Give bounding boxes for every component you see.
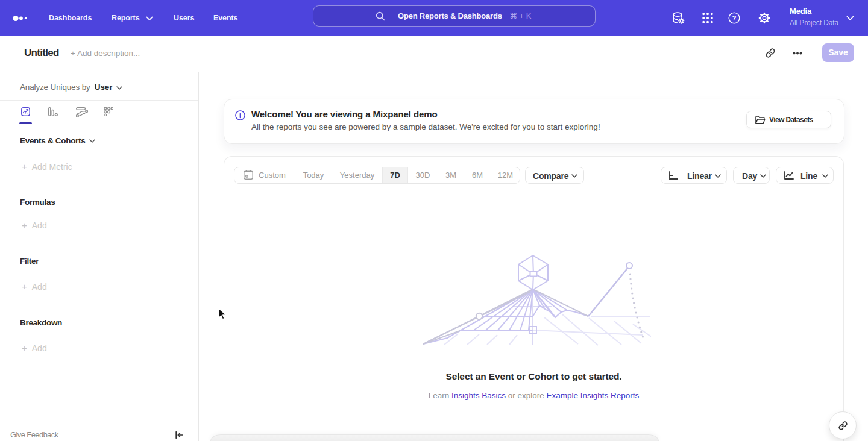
svg-text:?: ? <box>732 14 736 22</box>
